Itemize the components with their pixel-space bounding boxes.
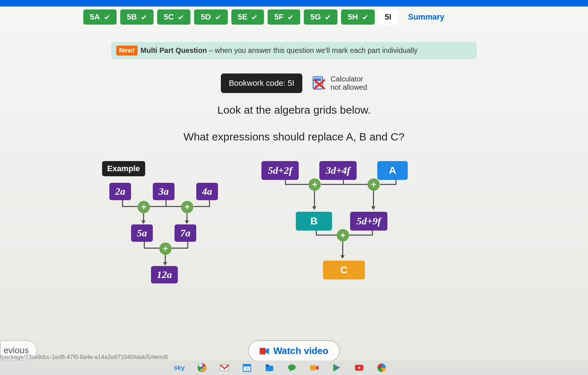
gmail-icon[interactable] (219, 363, 230, 373)
connector (321, 184, 344, 185)
calc-line1: Calculator (331, 75, 367, 83)
video-icon (260, 347, 269, 355)
banner-title: Multi Part Question (140, 46, 207, 54)
connector (165, 255, 166, 263)
svg-marker-21 (289, 370, 292, 372)
plus-icon: + (181, 201, 193, 213)
svg-marker-11 (266, 348, 269, 354)
calculator-status: Calculator not allowed (311, 75, 367, 92)
right-mid-2: 5d+9f (350, 212, 387, 231)
connector (348, 235, 373, 236)
connector (344, 184, 369, 185)
connector (143, 213, 144, 221)
meta-row: Bookwork code: 5I Calculator not allowed (0, 73, 588, 93)
summary-link[interactable]: Summary (408, 12, 444, 22)
arrow-icon (163, 262, 167, 266)
question-line1: Look at the algebra grids below. (0, 104, 588, 116)
youtube-icon[interactable] (354, 363, 364, 373)
check-icon (140, 14, 147, 20)
svg-rect-10 (260, 348, 266, 354)
arrow-icon (371, 206, 375, 210)
taskbar-sky[interactable]: sky (174, 364, 185, 372)
nav-item-5a[interactable]: 5A (83, 9, 117, 25)
algebra-grids: Example 2a 3a 4a + + 5a 7a + 12a 5d+2f 3… (95, 161, 493, 306)
nav-item-5i[interactable]: 5I (378, 9, 398, 25)
files-icon[interactable] (264, 363, 274, 373)
connector (316, 235, 337, 236)
watch-video-label: Watch video (273, 345, 328, 357)
nav-item-5h[interactable]: 5H (341, 9, 374, 25)
right-top-1: 5d+2f (261, 161, 299, 180)
plus-icon: + (138, 201, 150, 213)
check-icon (362, 14, 368, 20)
plus-icon: + (337, 229, 349, 241)
left-mid-1: 5a (131, 224, 153, 242)
svg-text:31: 31 (245, 367, 249, 371)
bookwork-code: Bookwork code: 5I (221, 73, 302, 93)
nav-item-5d[interactable]: 5D (194, 9, 227, 25)
arrow-icon (185, 220, 189, 224)
plus-icon: + (368, 178, 380, 191)
browser-topbar (0, 0, 588, 7)
example-label: Example (102, 161, 145, 176)
previous-label: evious (4, 345, 29, 355)
left-top-1: 2a (109, 183, 131, 200)
plus-icon: + (308, 178, 321, 191)
play-store-icon[interactable] (332, 363, 342, 373)
watch-video-button[interactable]: Watch video (248, 340, 340, 362)
check-icon (215, 14, 221, 20)
connector (194, 206, 210, 207)
nav-label: 5A (90, 12, 100, 22)
arrow-icon (312, 206, 316, 210)
svg-rect-19 (266, 365, 269, 367)
chrome-icon[interactable] (197, 363, 207, 373)
nav-label: 5I (385, 12, 391, 22)
connector (285, 184, 310, 185)
check-icon (324, 14, 331, 20)
left-top-3: 4a (196, 183, 218, 200)
nav-item-5g[interactable]: 5G (304, 9, 337, 25)
svg-marker-25 (333, 364, 338, 372)
left-mid-2: 7a (175, 224, 196, 242)
svg-point-20 (288, 365, 296, 370)
left-top-2: 3a (153, 183, 175, 200)
nav-label: 5C (164, 12, 174, 22)
camera-icon[interactable] (309, 363, 319, 373)
svg-rect-22 (310, 365, 316, 370)
info-banner: New! Multi Part Question – when you answ… (111, 42, 477, 59)
calendar-icon[interactable]: 31 (242, 363, 252, 373)
nav-item-5f[interactable]: 5F (268, 9, 300, 25)
check-icon (287, 14, 294, 20)
nav-label: 5G (310, 12, 321, 22)
plus-icon: + (159, 243, 172, 255)
right-bottom: C (323, 261, 365, 279)
arrow-icon (141, 220, 146, 224)
connector (144, 248, 161, 249)
check-icon (251, 14, 257, 20)
nav-label: 5F (274, 12, 284, 22)
right-mid-1: B (296, 212, 332, 231)
connector (342, 241, 343, 256)
calculator-not-allowed-icon (311, 75, 327, 91)
nav-label: 5E (238, 12, 248, 22)
right-top-2: 3d+4f (319, 161, 357, 180)
os-taskbar: sky 31 (0, 361, 588, 375)
nav-label: 5H (348, 12, 358, 22)
connector (149, 206, 167, 207)
question-line2: What expressions should replace A, B and… (0, 131, 588, 143)
question-text: Look at the algebra grids below. What ex… (0, 104, 588, 143)
chat-icon[interactable] (287, 363, 297, 373)
check-icon (104, 14, 110, 20)
nav-label: 5D (201, 12, 211, 22)
svg-rect-16 (243, 365, 251, 367)
check-icon (177, 14, 184, 20)
nav-item-5e[interactable]: 5E (231, 9, 264, 25)
left-bottom: 12a (151, 266, 178, 283)
connector (186, 213, 188, 221)
nav-item-5c[interactable]: 5C (157, 9, 190, 25)
question-nav: 5A 5B 5C 5D 5E 5F 5G 5H 5I Summary (0, 7, 588, 28)
connector (380, 184, 396, 185)
photos-icon[interactable] (377, 363, 387, 373)
connector (314, 191, 315, 207)
nav-item-5b[interactable]: 5B (120, 9, 154, 25)
